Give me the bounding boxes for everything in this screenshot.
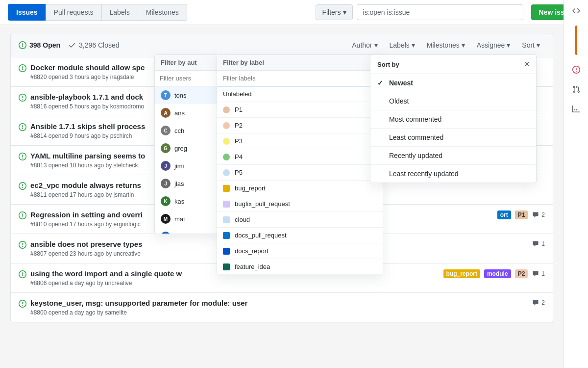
issue-meta: #8800 opened a day ago by samelite xyxy=(30,309,528,316)
assignee-filter-button[interactable]: Assignee ▾ xyxy=(472,38,515,52)
sort-item[interactable]: Recently updated xyxy=(370,147,536,165)
author-filter-button[interactable]: Author ▾ xyxy=(347,38,382,52)
git-pull-request-icon[interactable] xyxy=(571,84,581,94)
issue-right: bug_reportmoduleP2 1 xyxy=(443,269,545,278)
comment-count: 1 xyxy=(532,240,545,248)
label-item[interactable]: bug_report xyxy=(217,181,383,196)
issue-open-icon xyxy=(19,300,26,309)
label-name: P5 xyxy=(235,169,243,176)
label-item[interactable]: P1 xyxy=(217,102,383,118)
username: kas xyxy=(174,198,184,205)
label-color xyxy=(223,169,230,176)
author-dropdown-header: Filter by aut xyxy=(155,55,218,71)
issues-count: 398 Open 3,296 Closed xyxy=(19,41,347,49)
label-item[interactable]: P3 xyxy=(217,133,383,149)
filter-button[interactable]: Filters ▾ xyxy=(316,4,352,20)
label-name: bugfix_pull_request xyxy=(235,200,290,208)
user-item[interactable]: K kas xyxy=(155,192,218,210)
user-avatar: G xyxy=(161,143,171,153)
user-avatar: A xyxy=(161,108,171,118)
label-badge: bug_report xyxy=(443,269,480,278)
user-item[interactable]: T tons xyxy=(155,86,218,104)
sort-item[interactable]: Least commented xyxy=(370,129,536,147)
issue-right: 2 xyxy=(532,299,545,307)
label-name: P2 xyxy=(235,122,243,129)
issue-open-icon xyxy=(19,94,26,103)
open-issue-icon xyxy=(19,41,26,49)
comment-icon xyxy=(532,299,539,307)
issue-open-icon xyxy=(19,211,26,221)
open-count-text: 398 Open xyxy=(29,41,60,49)
issue-open-icon xyxy=(19,153,26,162)
label-item[interactable]: docs_pull_request xyxy=(217,228,383,243)
label-name: cloud xyxy=(235,216,250,223)
milestones-filter-button[interactable]: Milestones ▾ xyxy=(422,38,470,52)
sort-item-label: Least recently updated xyxy=(389,170,459,178)
label-name: bug_report xyxy=(235,184,266,192)
label-item[interactable]: docs_report xyxy=(217,243,383,259)
label-item[interactable]: P2 xyxy=(217,118,383,133)
label-badge: P1 xyxy=(515,210,528,219)
label-color xyxy=(223,185,230,192)
user-item[interactable]: M mat xyxy=(155,210,218,228)
issue-body: keystone_user, msg: unsupported paramete… xyxy=(30,299,528,316)
user-item[interactable]: J jimi xyxy=(155,157,218,175)
sort-item[interactable]: ✓ Newest xyxy=(370,74,536,92)
tab-labels[interactable]: Labels xyxy=(101,4,138,21)
milestones-label: Milestones xyxy=(427,41,460,49)
username: tons xyxy=(174,92,187,99)
tab-issues[interactable]: Issues xyxy=(8,4,46,21)
author-label: Author xyxy=(352,41,372,49)
comment-count: 1 xyxy=(532,270,545,278)
right-sidebar xyxy=(564,0,588,330)
tab-milestones[interactable]: Milestones xyxy=(138,4,187,21)
label-item[interactable]: Unlabeled xyxy=(217,86,383,102)
user-item[interactable]: M mpc xyxy=(155,228,218,234)
user-item[interactable]: A ans xyxy=(155,104,218,122)
graph-icon[interactable] xyxy=(571,104,581,114)
user-avatar: C xyxy=(161,126,171,135)
user-item[interactable]: C cch xyxy=(155,122,218,139)
labels-filter-button[interactable]: Labels ▾ xyxy=(385,38,420,52)
sort-item-label: Least commented xyxy=(389,133,443,141)
issue-title[interactable]: keystone_user, msg: unsupported paramete… xyxy=(30,299,528,307)
label-color xyxy=(223,106,230,113)
closed-count-text: 3,296 Closed xyxy=(79,41,120,49)
filter-label: Filters xyxy=(322,8,341,16)
alert-icon[interactable] xyxy=(571,65,581,75)
sort-filter-button[interactable]: Sort ▾ xyxy=(517,38,545,52)
comment-count: 2 xyxy=(532,211,545,219)
code-icon[interactable] xyxy=(571,6,581,16)
closed-count[interactable]: 3,296 Closed xyxy=(68,41,120,49)
sort-dropdown: Sort by × ✓ Newest Oldest Most commented… xyxy=(370,54,537,183)
author-filter-input[interactable] xyxy=(155,71,218,86)
assignee-chevron-icon: ▾ xyxy=(507,41,510,49)
search-input[interactable] xyxy=(357,4,523,20)
user-item[interactable]: J jlas xyxy=(155,175,218,192)
label-filter-input[interactable] xyxy=(217,71,383,86)
username: greg xyxy=(174,145,187,152)
author-chevron-icon: ▾ xyxy=(374,41,378,49)
user-item[interactable]: G greg xyxy=(155,139,218,157)
label-color xyxy=(223,232,230,239)
sort-close-button[interactable]: × xyxy=(525,60,529,69)
sort-item[interactable]: Least recently updated xyxy=(370,165,536,183)
label-item[interactable]: P4 xyxy=(217,149,383,165)
label-name: P1 xyxy=(235,106,243,113)
tab-pull-requests[interactable]: Pull requests xyxy=(46,4,101,21)
user-avatar: K xyxy=(161,196,171,206)
sort-item[interactable]: Oldest xyxy=(370,92,536,110)
username: cch xyxy=(174,127,184,134)
user-list: T tons A ans C cch G greg J jimi J jlas … xyxy=(155,86,218,234)
issue-item: keystone_user, msg: unsupported paramete… xyxy=(11,293,553,322)
label-item[interactable]: bugfix_pull_request xyxy=(217,196,383,212)
username: jimi xyxy=(174,162,184,170)
label-name: docs_report xyxy=(235,247,269,255)
username: mat xyxy=(174,215,185,223)
label-item[interactable]: cloud xyxy=(217,212,383,228)
sort-items: ✓ Newest Oldest Most commented Least com… xyxy=(370,74,536,183)
label-item[interactable]: feature_idea xyxy=(217,259,383,275)
sort-item[interactable]: Most commented xyxy=(370,110,536,129)
label-item[interactable]: P5 xyxy=(217,165,383,181)
comment-icon xyxy=(532,270,539,278)
